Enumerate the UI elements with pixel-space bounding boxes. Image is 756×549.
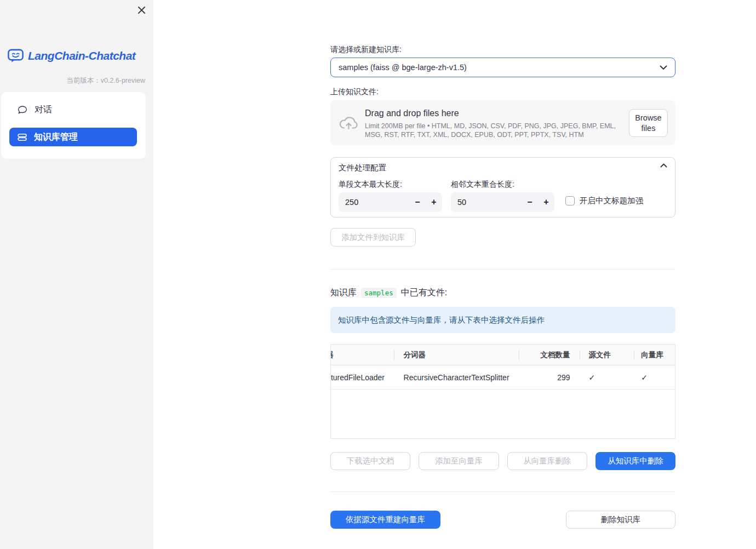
kb-files-heading: 知识库samples中已有文件: xyxy=(330,287,447,299)
logo-chat-bubble-icon xyxy=(7,48,24,64)
file-actions: 下载选中文档 添加至向量库 从向量库删除 从知识库中删除 xyxy=(330,452,675,470)
delete-from-vector-button[interactable]: 从向量库删除 xyxy=(507,452,587,470)
sidebar-item-label: 知识库管理 xyxy=(34,131,78,143)
cloud-upload-icon xyxy=(339,116,359,130)
kb-select-value: samples (faiss @ bge-large-zh-v1.5) xyxy=(339,63,660,72)
add-to-vector-button[interactable]: 添加至向量库 xyxy=(419,452,499,470)
divider xyxy=(330,491,675,492)
delete-from-kb-button[interactable]: 从知识库中删除 xyxy=(595,452,675,470)
col-loader: 文档加载器 xyxy=(331,345,394,365)
logo: LangChain-Chatchat xyxy=(7,48,135,64)
col-vector-store: 向量库 xyxy=(634,345,675,365)
kb-select-dropdown[interactable]: samples (faiss @ bge-large-zh-v1.5) xyxy=(330,58,675,77)
download-selected-button[interactable]: 下载选中文档 xyxy=(330,452,410,470)
cell-vector-check: ✓ xyxy=(634,365,675,389)
info-banner: 知识库中包含源文件与向量库，请从下表中选择文件后操作 xyxy=(330,307,675,333)
col-doc-count: 文档数量 xyxy=(519,345,580,365)
kb-files-table[interactable]: 文档加载器 分词器 文档数量 源文件 向量库 UnstructuredFileL… xyxy=(330,344,675,439)
plus-button[interactable]: + xyxy=(426,192,442,212)
cell-loader: UnstructuredFileLoader xyxy=(331,365,394,389)
chevron-up-icon[interactable] xyxy=(660,163,667,168)
overlap-value[interactable]: 50 xyxy=(457,198,522,207)
zh-title-enhance-option: 开启中文标题加强 xyxy=(565,196,643,206)
sidebar-item-chat[interactable]: 对话 xyxy=(18,104,52,116)
file-config-expander: 文件处理配置 单段文本最大长度: 相邻文本重合长度: 250 − + 50 − … xyxy=(330,157,675,218)
sidebar: LangChain-Chatchat 当前版本：v0.2.6-preview 对… xyxy=(0,0,153,549)
logo-text: LangChain-Chatchat xyxy=(28,49,135,62)
sidebar-item-knowledge-base[interactable]: 知识库管理 xyxy=(9,128,137,146)
overlap-label: 相邻文本重合长度: xyxy=(451,180,514,190)
app-window: LangChain-Chatchat 当前版本：v0.2.6-preview 对… xyxy=(0,0,756,549)
expander-title[interactable]: 文件处理配置 xyxy=(339,163,386,173)
cell-doc-count: 299 xyxy=(519,365,580,389)
divider xyxy=(330,269,675,270)
sidebar-menu: 对话 知识库管理 xyxy=(1,92,146,159)
kb-select-label: 请选择或新建知识库: xyxy=(330,45,402,55)
plus-button[interactable]: + xyxy=(538,192,554,212)
col-splitter: 分词器 xyxy=(394,345,519,365)
minus-button[interactable]: − xyxy=(409,192,426,212)
kb-name-code: samples xyxy=(361,288,397,298)
sidebar-item-label: 对话 xyxy=(35,104,52,116)
delete-kb-button[interactable]: 删除知识库 xyxy=(566,511,675,529)
rebuild-vector-store-button[interactable]: 依据源文件重建向量库 xyxy=(330,511,440,529)
close-sidebar-icon[interactable] xyxy=(136,4,147,15)
add-files-button[interactable]: 添加文件到知识库 xyxy=(330,228,416,247)
browse-files-button[interactable]: Browse files xyxy=(629,109,668,137)
chevron-down-icon xyxy=(660,65,667,70)
col-source-file: 源文件 xyxy=(580,345,634,365)
zh-title-enhance-label: 开启中文标题加强 xyxy=(580,196,643,206)
table-header: 文档加载器 分词器 文档数量 源文件 向量库 xyxy=(331,345,675,365)
table-row[interactable]: UnstructuredFileLoader RecursiveCharacte… xyxy=(331,365,675,390)
file-dropzone[interactable]: Drag and drop files here Limit 200MB per… xyxy=(330,100,675,145)
chunk-size-stepper[interactable]: 250 − + xyxy=(339,192,442,212)
version-text: 当前版本：v0.2.6-preview xyxy=(66,76,145,85)
chunk-size-value[interactable]: 250 xyxy=(345,198,409,207)
chat-bubble-icon xyxy=(18,105,27,115)
cell-splitter: RecursiveCharacterTextSplitter xyxy=(394,365,519,389)
zh-title-enhance-checkbox[interactable] xyxy=(565,196,575,205)
stack-icon xyxy=(18,133,27,142)
minus-button[interactable]: − xyxy=(522,192,538,212)
upload-label: 上传知识文件: xyxy=(330,87,379,97)
cell-source-check: ✓ xyxy=(580,365,634,389)
chunk-size-label: 单段文本最大长度: xyxy=(339,180,402,190)
overlap-stepper[interactable]: 50 − + xyxy=(451,192,554,212)
dropzone-title: Drag and drop files here xyxy=(365,108,459,118)
dropzone-hint: Limit 200MB per file • HTML, MD, JSON, C… xyxy=(365,122,627,139)
